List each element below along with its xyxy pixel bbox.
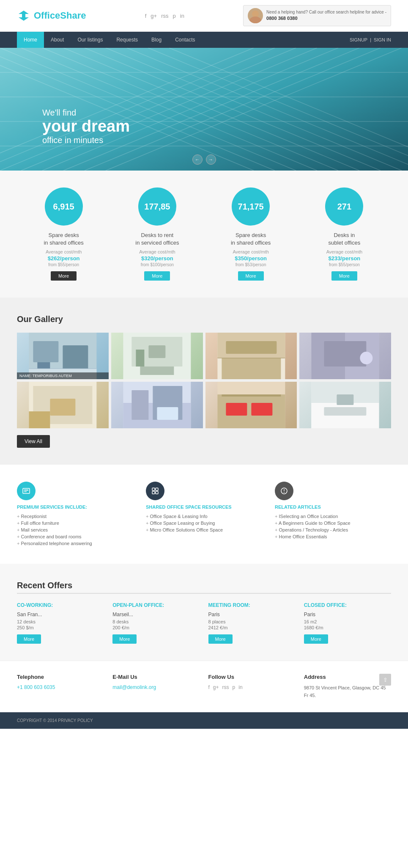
- view-all-button[interactable]: View All: [17, 435, 50, 448]
- nav-home[interactable]: Home: [17, 32, 44, 48]
- recent-btn-2[interactable]: More: [112, 634, 137, 644]
- hero-banner: We'll find your dream office in minutes …: [0, 48, 408, 171]
- services-section: PREMIUM SERVICES INCLUDE: Receptionist F…: [0, 465, 408, 564]
- svg-rect-58: [226, 403, 247, 416]
- stat-btn-1[interactable]: More: [51, 271, 77, 281]
- gallery-item[interactable]: [111, 333, 203, 379]
- recent-btn-3[interactable]: More: [208, 634, 233, 644]
- svg-rect-71: [152, 491, 155, 494]
- gallery-section: Our Gallery NAME: TEMPORIBUS AUTEM: [0, 298, 408, 465]
- stat-from-2: from $100/person: [110, 262, 204, 267]
- social-google[interactable]: g+: [151, 13, 157, 19]
- social-pinterest[interactable]: p: [173, 13, 176, 19]
- stat-3: 71,175 Spare desksin shared offices Aver…: [204, 187, 298, 281]
- footer-privacy-link[interactable]: PRIVACY POLICY: [58, 718, 93, 723]
- stat-btn-2[interactable]: More: [144, 271, 170, 281]
- list-item: Office Space & Leasing Info: [146, 513, 262, 520]
- svg-rect-28: [63, 345, 88, 371]
- list-item: Personalized telephone answering: [17, 540, 133, 547]
- svg-rect-65: [337, 394, 354, 405]
- svg-rect-60: [222, 394, 281, 397]
- logo-icon: [17, 9, 30, 22]
- stat-avg-3: Average cost/mth: [204, 249, 298, 254]
- next-arrow[interactable]: →: [206, 154, 216, 165]
- recent-price-3: 2412 €/m: [208, 625, 296, 630]
- hero-line3: office in minutes: [42, 135, 130, 145]
- recent-loc-3: Paris: [208, 612, 296, 617]
- svg-rect-40: [226, 341, 277, 354]
- footer-social-linkedin[interactable]: in: [238, 684, 242, 690]
- service-list-articles: ISelecting an Office Location A Beginner…: [275, 513, 391, 540]
- gallery-item[interactable]: [205, 333, 297, 379]
- gallery-item[interactable]: [205, 382, 297, 428]
- footer-follow: Follow Us f g+ rss p in: [208, 674, 296, 699]
- prev-arrow[interactable]: ←: [192, 154, 203, 165]
- stat-from-3: from $53/person: [204, 262, 298, 267]
- footer-follow-title: Follow Us: [208, 674, 296, 680]
- recent-btn-1[interactable]: More: [17, 634, 41, 644]
- footer-social-pinterest[interactable]: p: [233, 684, 235, 690]
- recent-desks-4: 16 m2: [304, 619, 391, 624]
- svg-point-46: [360, 352, 373, 364]
- list-item: Micro Office Solutions Office Space: [146, 526, 262, 533]
- footer-copyright: COPYRIGHT © 2014 PRIVACY POLICY: [17, 718, 93, 723]
- list-item: Mail services: [17, 526, 133, 533]
- gallery-item[interactable]: [17, 382, 109, 428]
- svg-point-0: [252, 11, 259, 17]
- svg-rect-64: [324, 407, 367, 416]
- nav-blog[interactable]: Blog: [145, 32, 168, 48]
- recent-btn-4[interactable]: More: [304, 634, 328, 644]
- stat-2: 177,85 Desks to rentin serviced offices …: [110, 187, 204, 281]
- logo-text: OfficeShare: [34, 10, 86, 21]
- recent-type-3: MEETING ROOM:: [208, 602, 296, 608]
- svg-rect-36: [136, 350, 144, 366]
- service-list-resources: Office Space & Leasing Info Office Space…: [146, 513, 262, 533]
- nav-about[interactable]: About: [44, 32, 71, 48]
- svg-rect-27: [33, 341, 58, 362]
- svg-point-75: [284, 492, 285, 493]
- gallery-grid: NAME: TEMPORIBUS AUTEM: [17, 333, 391, 428]
- svg-point-1: [249, 17, 261, 23]
- stat-circle-2: 177,85: [138, 187, 176, 226]
- stat-4: 271 Desks insublet offices Average cost/…: [298, 187, 391, 281]
- service-icon-resources: [146, 482, 164, 500]
- gallery-item[interactable]: [111, 382, 203, 428]
- header-social: f g+ rss p in: [145, 13, 184, 19]
- list-item: ISelecting an Office Location: [275, 513, 391, 520]
- social-linkedin[interactable]: in: [180, 13, 184, 19]
- nav-requests[interactable]: Requests: [110, 32, 145, 48]
- stat-btn-4[interactable]: More: [331, 271, 357, 281]
- helpline-text: Need a helping hand? Call our office sea…: [266, 9, 386, 22]
- list-item: A Beginners Guide to Office Space: [275, 520, 391, 526]
- svg-rect-35: [148, 345, 165, 358]
- nav-contacts[interactable]: Contacts: [168, 32, 202, 48]
- gallery-item[interactable]: [299, 333, 391, 379]
- recent-divider: [17, 593, 391, 594]
- social-rss[interactable]: rss: [161, 13, 168, 19]
- service-title-articles: RELATED ARTICLES: [275, 504, 391, 510]
- stat-from-4: from $55/person: [298, 262, 391, 267]
- gallery-item[interactable]: [299, 382, 391, 428]
- nav-signup[interactable]: SIGNUP: [350, 37, 367, 42]
- scroll-top-button[interactable]: ⇧: [379, 674, 391, 686]
- gallery-item[interactable]: NAME: TEMPORIBUS AUTEM: [17, 333, 109, 379]
- recent-price-4: 1680 €/m: [304, 625, 391, 630]
- svg-rect-49: [50, 399, 75, 416]
- service-icon-articles: [275, 482, 293, 500]
- svg-rect-45: [324, 341, 367, 366]
- footer-telephone: Telephone +1 800 603 6035: [17, 674, 104, 699]
- svg-rect-70: [156, 488, 158, 490]
- recent-grid: CO-WORKING: San Fran... 12 desks 250 $/m…: [17, 602, 391, 644]
- stat-btn-3[interactable]: More: [238, 271, 264, 281]
- stat-price-2: $320/person: [110, 255, 204, 262]
- header: OfficeShare f g+ rss p in Need a helping…: [0, 0, 408, 32]
- service-icon-premium: [17, 482, 36, 500]
- footer-social-google[interactable]: g+: [213, 684, 219, 690]
- footer-social-facebook[interactable]: f: [208, 684, 210, 690]
- nav-listings[interactable]: Our listings: [71, 32, 110, 48]
- footer-social-rss[interactable]: rss: [222, 684, 229, 690]
- nav-signin[interactable]: SIGN IN: [374, 37, 391, 42]
- footer-email-title: E-Mail Us: [112, 674, 200, 680]
- social-facebook[interactable]: f: [145, 13, 147, 19]
- recent-type-4: CLOSED OFFICE:: [304, 602, 391, 608]
